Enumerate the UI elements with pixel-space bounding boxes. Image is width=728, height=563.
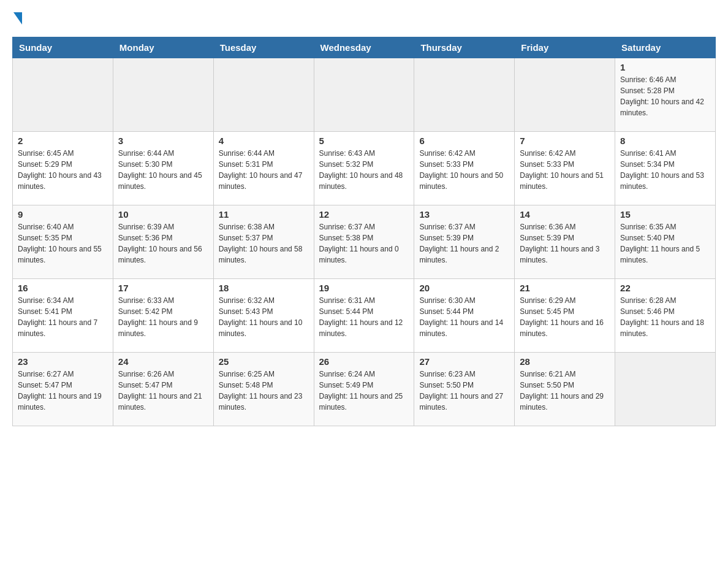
day-info: Sunrise: 6:39 AMSunset: 5:36 PMDaylight:… (118, 221, 208, 266)
day-number: 9 (18, 209, 108, 220)
day-number: 14 (520, 209, 610, 220)
day-number: 12 (319, 209, 409, 220)
calendar-day-header: Monday (113, 37, 213, 58)
page-header (12, 12, 716, 27)
day-info: Sunrise: 6:37 AMSunset: 5:38 PMDaylight:… (319, 221, 409, 266)
calendar-day-cell: 14Sunrise: 6:36 AMSunset: 5:39 PMDayligh… (515, 205, 615, 279)
day-number: 2 (18, 136, 108, 146)
day-number: 28 (520, 356, 610, 367)
calendar-week-row: 1Sunrise: 6:46 AMSunset: 5:28 PMDaylight… (13, 58, 716, 132)
calendar-day-cell: 16Sunrise: 6:34 AMSunset: 5:41 PMDayligh… (13, 279, 113, 353)
calendar-day-cell: 4Sunrise: 6:44 AMSunset: 5:31 PMDaylight… (213, 132, 314, 205)
calendar-day-cell (213, 58, 314, 132)
calendar-day-header: Thursday (414, 37, 515, 58)
day-info: Sunrise: 6:46 AMSunset: 5:28 PMDaylight:… (620, 74, 710, 118)
calendar-day-cell (113, 58, 213, 132)
day-number: 13 (419, 209, 509, 220)
calendar-day-cell: 6Sunrise: 6:42 AMSunset: 5:33 PMDaylight… (414, 132, 515, 205)
day-info: Sunrise: 6:40 AMSunset: 5:35 PMDaylight:… (18, 221, 108, 266)
calendar-day-cell (515, 58, 615, 132)
calendar-day-cell: 24Sunrise: 6:26 AMSunset: 5:47 PMDayligh… (113, 353, 213, 426)
calendar-day-cell: 12Sunrise: 6:37 AMSunset: 5:38 PMDayligh… (314, 205, 414, 279)
calendar-day-cell: 25Sunrise: 6:25 AMSunset: 5:48 PMDayligh… (213, 353, 314, 426)
day-info: Sunrise: 6:21 AMSunset: 5:50 PMDaylight:… (520, 369, 610, 413)
calendar-day-cell: 1Sunrise: 6:46 AMSunset: 5:28 PMDaylight… (615, 58, 716, 132)
calendar-day-cell: 7Sunrise: 6:42 AMSunset: 5:33 PMDaylight… (515, 132, 615, 205)
day-number: 16 (18, 283, 108, 293)
calendar-day-cell: 19Sunrise: 6:31 AMSunset: 5:44 PMDayligh… (314, 279, 414, 353)
day-info: Sunrise: 6:32 AMSunset: 5:43 PMDaylight:… (219, 295, 309, 339)
calendar-day-cell: 26Sunrise: 6:24 AMSunset: 5:49 PMDayligh… (314, 353, 414, 426)
calendar-day-cell (13, 58, 113, 132)
day-info: Sunrise: 6:44 AMSunset: 5:31 PMDaylight:… (219, 148, 309, 192)
day-number: 3 (118, 136, 208, 146)
day-number: 18 (219, 283, 309, 293)
calendar-day-cell: 28Sunrise: 6:21 AMSunset: 5:50 PMDayligh… (515, 353, 615, 426)
calendar-week-row: 23Sunrise: 6:27 AMSunset: 5:47 PMDayligh… (13, 353, 716, 426)
calendar-day-cell: 17Sunrise: 6:33 AMSunset: 5:42 PMDayligh… (113, 279, 213, 353)
calendar-header-row: SundayMondayTuesdayWednesdayThursdayFrid… (13, 37, 716, 58)
logo (12, 12, 22, 27)
day-info: Sunrise: 6:42 AMSunset: 5:33 PMDaylight:… (520, 148, 610, 192)
day-number: 8 (620, 136, 710, 146)
day-info: Sunrise: 6:28 AMSunset: 5:46 PMDaylight:… (620, 295, 710, 339)
day-number: 21 (520, 283, 610, 293)
day-number: 6 (419, 136, 509, 146)
day-info: Sunrise: 6:43 AMSunset: 5:32 PMDaylight:… (319, 148, 409, 192)
day-info: Sunrise: 6:36 AMSunset: 5:39 PMDaylight:… (520, 221, 610, 266)
day-number: 17 (118, 283, 208, 293)
calendar-day-header: Tuesday (213, 37, 314, 58)
day-number: 23 (18, 356, 108, 367)
calendar-day-cell: 20Sunrise: 6:30 AMSunset: 5:44 PMDayligh… (414, 279, 515, 353)
calendar-day-cell: 27Sunrise: 6:23 AMSunset: 5:50 PMDayligh… (414, 353, 515, 426)
day-info: Sunrise: 6:31 AMSunset: 5:44 PMDaylight:… (319, 295, 409, 339)
day-info: Sunrise: 6:34 AMSunset: 5:41 PMDaylight:… (18, 295, 108, 339)
day-number: 25 (219, 356, 309, 367)
day-info: Sunrise: 6:41 AMSunset: 5:34 PMDaylight:… (620, 148, 710, 192)
calendar-day-cell: 13Sunrise: 6:37 AMSunset: 5:39 PMDayligh… (414, 205, 515, 279)
calendar-day-header: Saturday (615, 37, 716, 58)
calendar-table: SundayMondayTuesdayWednesdayThursdayFrid… (12, 37, 716, 426)
calendar-day-cell: 11Sunrise: 6:38 AMSunset: 5:37 PMDayligh… (213, 205, 314, 279)
calendar-day-cell: 8Sunrise: 6:41 AMSunset: 5:34 PMDaylight… (615, 132, 716, 205)
day-info: Sunrise: 6:35 AMSunset: 5:40 PMDaylight:… (620, 221, 710, 266)
day-number: 20 (419, 283, 509, 293)
calendar-day-cell: 10Sunrise: 6:39 AMSunset: 5:36 PMDayligh… (113, 205, 213, 279)
day-info: Sunrise: 6:23 AMSunset: 5:50 PMDaylight:… (419, 369, 509, 413)
day-number: 26 (319, 356, 409, 367)
calendar-day-cell: 15Sunrise: 6:35 AMSunset: 5:40 PMDayligh… (615, 205, 716, 279)
logo-text (12, 12, 22, 26)
day-info: Sunrise: 6:44 AMSunset: 5:30 PMDaylight:… (118, 148, 208, 192)
day-info: Sunrise: 6:45 AMSunset: 5:29 PMDaylight:… (18, 148, 108, 192)
day-info: Sunrise: 6:33 AMSunset: 5:42 PMDaylight:… (118, 295, 208, 339)
calendar-day-cell: 18Sunrise: 6:32 AMSunset: 5:43 PMDayligh… (213, 279, 314, 353)
calendar-day-cell (414, 58, 515, 132)
calendar-day-cell: 9Sunrise: 6:40 AMSunset: 5:35 PMDaylight… (13, 205, 113, 279)
calendar-day-cell: 3Sunrise: 6:44 AMSunset: 5:30 PMDaylight… (113, 132, 213, 205)
calendar-day-cell (615, 353, 716, 426)
day-number: 27 (419, 356, 509, 367)
day-number: 10 (118, 209, 208, 220)
day-number: 7 (520, 136, 610, 146)
calendar-day-header: Sunday (13, 37, 113, 58)
day-number: 5 (319, 136, 409, 146)
day-info: Sunrise: 6:30 AMSunset: 5:44 PMDaylight:… (419, 295, 509, 339)
calendar-day-cell: 21Sunrise: 6:29 AMSunset: 5:45 PMDayligh… (515, 279, 615, 353)
day-info: Sunrise: 6:24 AMSunset: 5:49 PMDaylight:… (319, 369, 409, 413)
calendar-week-row: 9Sunrise: 6:40 AMSunset: 5:35 PMDaylight… (13, 205, 716, 279)
day-info: Sunrise: 6:37 AMSunset: 5:39 PMDaylight:… (419, 221, 509, 266)
day-info: Sunrise: 6:25 AMSunset: 5:48 PMDaylight:… (219, 369, 309, 413)
day-number: 19 (319, 283, 409, 293)
logo-arrow-icon (13, 12, 22, 25)
day-info: Sunrise: 6:26 AMSunset: 5:47 PMDaylight:… (118, 369, 208, 413)
day-number: 4 (219, 136, 309, 146)
calendar-day-cell: 23Sunrise: 6:27 AMSunset: 5:47 PMDayligh… (13, 353, 113, 426)
calendar-day-header: Friday (515, 37, 615, 58)
day-number: 22 (620, 283, 710, 293)
calendar-day-header: Wednesday (314, 37, 414, 58)
calendar-day-cell: 2Sunrise: 6:45 AMSunset: 5:29 PMDaylight… (13, 132, 113, 205)
day-number: 15 (620, 209, 710, 220)
calendar-day-cell: 5Sunrise: 6:43 AMSunset: 5:32 PMDaylight… (314, 132, 414, 205)
day-info: Sunrise: 6:42 AMSunset: 5:33 PMDaylight:… (419, 148, 509, 192)
calendar-day-cell: 22Sunrise: 6:28 AMSunset: 5:46 PMDayligh… (615, 279, 716, 353)
